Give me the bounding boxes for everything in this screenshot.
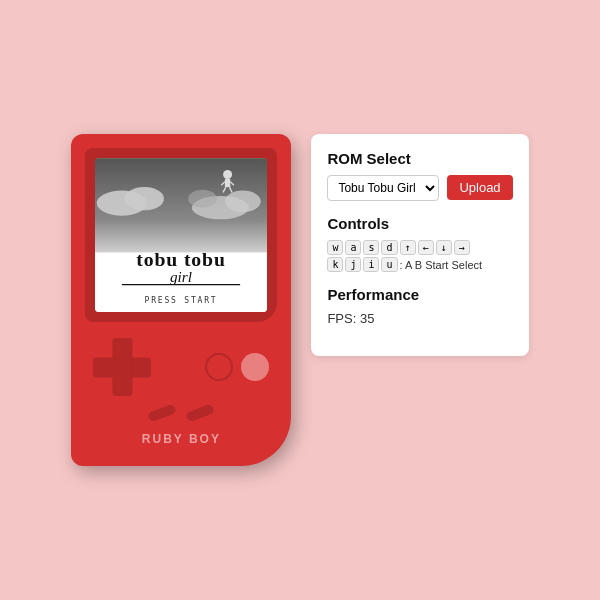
right-panel: ROM Select Tobu Tobu Girl Upload Control… xyxy=(311,134,528,356)
key-s: s xyxy=(363,240,379,255)
fps-display: FPS: 35 xyxy=(327,311,512,326)
controls-keys-row1: w a s d ↑ ← ↓ → xyxy=(327,240,512,255)
key-k: k xyxy=(327,257,343,272)
start-select-buttons xyxy=(148,408,214,418)
controls-keys-row2: k j i u : A B Start Select xyxy=(327,257,512,272)
svg-text:PRESS START: PRESS START xyxy=(145,296,218,305)
key-d: d xyxy=(381,240,397,255)
a-button[interactable] xyxy=(241,353,269,381)
svg-text:tobu tobu: tobu tobu xyxy=(137,247,227,269)
key-w: w xyxy=(327,240,343,255)
svg-point-3 xyxy=(125,187,164,210)
controls-row xyxy=(85,334,277,400)
rom-select-title: ROM Select xyxy=(327,150,512,167)
svg-point-5 xyxy=(225,190,261,212)
performance-title: Performance xyxy=(327,286,512,303)
dpad-center xyxy=(113,358,132,377)
svg-rect-8 xyxy=(225,179,230,187)
b-button[interactable] xyxy=(205,353,233,381)
select-button[interactable] xyxy=(148,404,178,423)
rom-section: ROM Select Tobu Tobu Girl Upload xyxy=(327,150,512,201)
key-i: i xyxy=(363,257,379,272)
upload-button[interactable]: Upload xyxy=(447,175,512,200)
screen-bezel: tobu tobu girl PRESS START xyxy=(85,148,277,323)
key-left: ← xyxy=(418,240,434,255)
ab-buttons xyxy=(205,353,269,381)
controls-section: Controls w a s d ↑ ← ↓ → k j i u : A B S… xyxy=(327,215,512,272)
key-right: → xyxy=(454,240,470,255)
brand-label: RUBY BOY xyxy=(142,432,221,446)
key-down: ↓ xyxy=(436,240,452,255)
rom-dropdown[interactable]: Tobu Tobu Girl xyxy=(327,175,439,201)
key-j: j xyxy=(345,257,361,272)
svg-point-7 xyxy=(223,170,232,179)
controls-desc: : A B Start Select xyxy=(400,259,483,271)
dpad[interactable] xyxy=(93,338,151,396)
key-up: ↑ xyxy=(400,240,416,255)
svg-text:girl: girl xyxy=(170,268,192,285)
svg-point-6 xyxy=(189,189,218,207)
game-screen: tobu tobu girl PRESS START xyxy=(95,158,267,313)
key-u: u xyxy=(381,257,397,272)
gameboy-device: tobu tobu girl PRESS START xyxy=(71,134,291,467)
performance-section: Performance FPS: 35 xyxy=(327,286,512,326)
controls-title: Controls xyxy=(327,215,512,232)
key-a: a xyxy=(345,240,361,255)
start-button[interactable] xyxy=(186,404,216,423)
rom-row: Tobu Tobu Girl Upload xyxy=(327,175,512,201)
